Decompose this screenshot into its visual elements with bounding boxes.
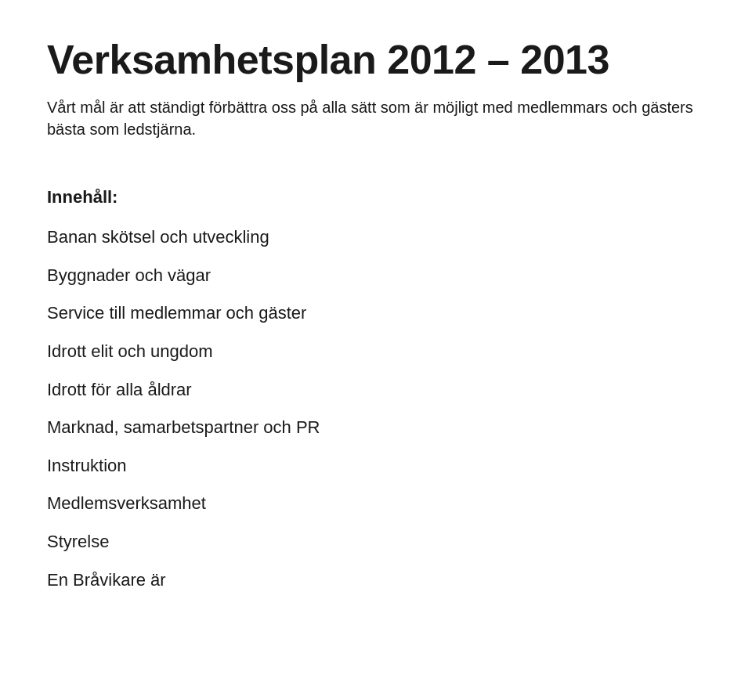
contents-list-item: Instruktion — [47, 455, 705, 478]
contents-list-item: Service till medlemmar och gäster — [47, 302, 705, 325]
page-subtitle: Vårt mål är att ständigt förbättra oss p… — [47, 96, 705, 140]
contents-list-item: Idrott elit och ungdom — [47, 341, 705, 363]
contents-list: Banan skötsel och utvecklingByggnader oc… — [47, 226, 705, 591]
contents-label: Innehåll: — [47, 187, 705, 207]
contents-list-item: Banan skötsel och utveckling — [47, 226, 705, 249]
contents-list-item: Styrelse — [47, 531, 705, 554]
contents-list-item: Marknad, samarbetspartner och PR — [47, 417, 705, 439]
page-title: Verksamhetsplan 2012 – 2013 — [47, 38, 705, 82]
contents-section: Innehåll: Banan skötsel och utvecklingBy… — [47, 187, 705, 591]
contents-list-item: Byggnader och vägar — [47, 265, 705, 287]
contents-list-item: En Bråvikare är — [47, 569, 705, 592]
contents-list-item: Medlemsverksamhet — [47, 493, 705, 515]
contents-list-item: Idrott för alla åldrar — [47, 379, 705, 402]
